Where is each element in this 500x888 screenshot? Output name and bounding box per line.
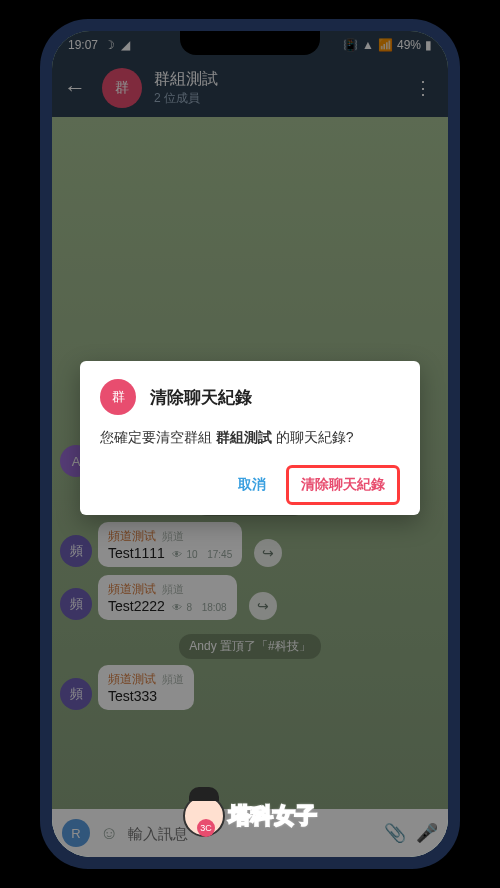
dialog-message: 您確定要清空群組 群組測試 的聊天紀錄? bbox=[100, 429, 400, 447]
sticker-avatar: 3C bbox=[183, 795, 225, 837]
sticker-text: 塔科女子 bbox=[229, 801, 317, 831]
cancel-button[interactable]: 取消 bbox=[228, 468, 276, 502]
screen: 19:07 ☽ ◢ 📳 ▲ 📶 49% ▮ ← 群 群組測試 2 位成員 ⋮ bbox=[52, 31, 448, 857]
dialog-title: 清除聊天紀錄 bbox=[150, 386, 252, 409]
clear-history-button[interactable]: 清除聊天紀錄 bbox=[286, 465, 400, 505]
confirm-dialog: 群 清除聊天紀錄 您確定要清空群組 群組測試 的聊天紀錄? 取消 清除聊天紀錄 bbox=[80, 361, 420, 515]
phone-frame: 19:07 ☽ ◢ 📳 ▲ 📶 49% ▮ ← 群 群組測試 2 位成員 ⋮ bbox=[40, 19, 460, 869]
watermark-sticker: 3C 塔科女子 bbox=[183, 795, 317, 837]
phone-notch bbox=[180, 31, 320, 55]
dialog-avatar: 群 bbox=[100, 379, 136, 415]
